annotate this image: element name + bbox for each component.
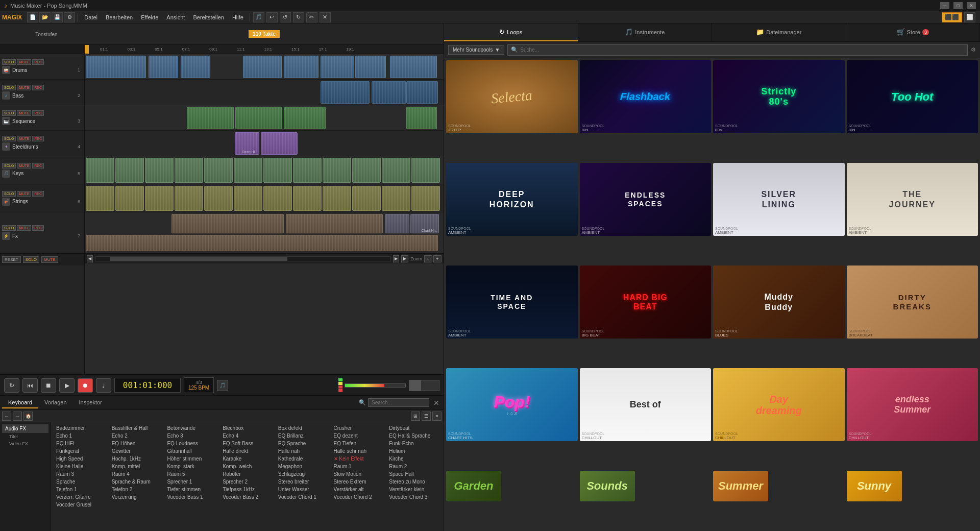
strings-block-2[interactable] <box>115 186 144 211</box>
fx-block-4[interactable]: Chart Hi... <box>410 214 439 233</box>
fx-halle-nah[interactable]: Halle nah <box>275 447 331 455</box>
fx-unter-wasser[interactable]: Unter Wasser <box>275 486 331 493</box>
keys-block-9[interactable] <box>323 158 351 183</box>
rec-steel[interactable]: REC <box>32 136 44 141</box>
browser-tab-instrumente[interactable]: 🎵 Instrumente <box>578 23 713 41</box>
fx-raum5[interactable]: Raum 5 <box>164 470 219 478</box>
reset-button[interactable]: RESET <box>2 256 21 263</box>
keys-block-11[interactable] <box>382 158 410 183</box>
seq-block-2[interactable] <box>235 107 282 129</box>
new-button[interactable]: 📄 <box>27 12 38 22</box>
strings-block-8[interactable] <box>293 186 322 211</box>
tab-vorlagen[interactable]: Vorlagen <box>38 397 72 408</box>
mute-bass[interactable]: MUTE <box>17 85 31 90</box>
mute-seq[interactable]: MUTE <box>17 110 31 116</box>
fx-sprecher2[interactable]: Sprecher 2 <box>219 478 275 486</box>
home-btn[interactable]: 🏠 <box>23 412 33 421</box>
sp-toohot[interactable]: Too Hot SOUNDPOOL 80s <box>847 60 978 133</box>
lower-search-input[interactable] <box>368 398 429 407</box>
steel-block-2[interactable] <box>261 132 298 155</box>
toolbar-back[interactable]: ↩ <box>266 12 278 22</box>
zoom-in[interactable]: + <box>433 255 442 262</box>
pitch-slider[interactable] <box>409 380 439 391</box>
drums-block-7[interactable] <box>355 56 386 78</box>
fx-telefon2[interactable]: Telefon 2 <box>109 486 164 493</box>
solo-bass[interactable]: SOLO <box>2 85 16 90</box>
seq-block-1[interactable] <box>187 107 234 129</box>
fx-block-1[interactable] <box>172 214 284 233</box>
close-lower-icon[interactable]: ✕ <box>431 399 442 407</box>
track-row-steeldrums[interactable]: Chart Hi... <box>85 131 444 156</box>
keys-block-8[interactable] <box>293 158 322 183</box>
fx-gewitter[interactable]: Gewitter <box>109 447 164 455</box>
stop-button[interactable]: ⏹ <box>41 378 56 393</box>
fx-tiefer-stimmen[interactable]: Tiefer stimmen <box>164 486 219 493</box>
fx-badezimmer[interactable]: Badezimmer <box>53 424 109 432</box>
scroll-left[interactable]: ◀ <box>87 255 93 262</box>
browser-tab-dateimanager[interactable]: 📁 Dateimanager <box>712 23 846 41</box>
strings-block-9[interactable] <box>323 186 351 211</box>
sp-silverlining[interactable]: SILVERLINING SOUNDPOOL AMBIENT <box>713 163 845 236</box>
fx-crusher[interactable]: Crusher <box>331 424 386 432</box>
sp-timeandspace[interactable]: TIME ANDSPACE SOUNDPOOL AMBIENT <box>446 266 578 339</box>
rec-seq[interactable]: REC <box>32 110 44 116</box>
strings-block-11[interactable] <box>382 186 410 211</box>
keys-block-3[interactable] <box>145 158 174 183</box>
fx-dirtybeat[interactable]: Dirtybeat <box>386 424 442 432</box>
drums-block-2[interactable] <box>149 56 178 78</box>
rewind-button[interactable]: ⏮ <box>22 378 38 393</box>
fx-eq-hoehen[interactable]: EQ Höhen <box>109 440 164 447</box>
strings-block-6[interactable] <box>234 186 262 211</box>
fx-stereo-mono[interactable]: Stereo zu Mono <box>386 478 442 486</box>
track-row-bass[interactable] <box>85 80 444 105</box>
keys-block-2[interactable] <box>115 158 144 183</box>
fx-block-2[interactable] <box>286 214 383 233</box>
sp-bestof[interactable]: Best of SOUNDPOOL CHILLOUT <box>580 368 712 441</box>
track-row-fx[interactable]: Chart Hi... <box>85 212 444 253</box>
sp-endlesssummer[interactable]: endlessSummer SOUNDPOOL CHILLOUT <box>847 368 978 441</box>
loop-button[interactable]: ↻ <box>4 378 19 393</box>
fx-tiefpass[interactable]: Tiefpass 1kHz <box>219 486 275 493</box>
scroll-right[interactable]: ▶ <box>393 255 399 262</box>
rec-bass[interactable]: REC <box>32 85 44 90</box>
fx-echo3[interactable]: Echo 3 <box>164 432 219 440</box>
seq-block-3[interactable] <box>284 107 326 129</box>
keys-block-12[interactable] <box>411 158 440 183</box>
fx-vocoder-chord1[interactable]: Vocoder Chord 1 <box>275 493 331 501</box>
bass-block-1[interactable] <box>321 81 370 104</box>
fx-kein-effekt[interactable]: ✕ Kein Effekt <box>331 455 386 463</box>
fx-kirche[interactable]: Kirche <box>386 455 442 463</box>
sp-dirtybreaks[interactable]: DIRTYBREAKS SOUNDPOOL BREAKBEAT <box>847 266 978 339</box>
strings-block-7[interactable] <box>263 186 292 211</box>
rec-fx[interactable]: REC <box>32 225 44 231</box>
mute-drums[interactable]: MUTE <box>17 59 31 65</box>
browser-tab-store[interactable]: 🛒 Store 3 <box>846 23 981 41</box>
drums-block-8[interactable] <box>390 56 437 78</box>
drums-block-1[interactable] <box>86 56 146 78</box>
category-video-fx[interactable]: Video FX <box>2 440 48 447</box>
tempo-button[interactable]: 🎵 <box>217 380 228 391</box>
fx-eq-brillanz[interactable]: EQ Brillanz <box>275 432 331 440</box>
bass-block-3[interactable] <box>406 81 438 104</box>
solo-keys[interactable]: SOLO <box>2 163 16 168</box>
fx-vocoder-bass2[interactable]: Vocoder Bass 2 <box>219 493 275 501</box>
solo-all-button[interactable]: SOLO <box>23 256 39 263</box>
sp-thejourney[interactable]: THEJOURNEY SOUNDPOOL AMBIENT <box>847 163 978 236</box>
fx-raum4[interactable]: Raum 4 <box>109 470 164 478</box>
tab-inspektor[interactable]: Inspektor <box>73 397 108 408</box>
seq-block-4[interactable] <box>406 107 437 129</box>
fx-kleine-halle[interactable]: Kleine Halle <box>53 463 109 470</box>
fx-kathedrale[interactable]: Kathedrale <box>275 455 331 463</box>
forward-arrow[interactable]: → <box>13 412 22 421</box>
category-title[interactable]: Titel <box>2 433 48 440</box>
toolbar-midi[interactable]: 🎵 <box>253 12 264 22</box>
fx-verzerrung[interactable]: Verzerrung <box>109 493 164 501</box>
solo-drums[interactable]: SOLO <box>2 59 16 65</box>
track-row-drums[interactable] <box>85 54 444 80</box>
fx-raum3[interactable]: Raum 3 <box>53 470 109 478</box>
fx-eq-sprache[interactable]: EQ Sprache <box>275 440 331 447</box>
fx-komp-weich[interactable]: Komp. weich <box>219 463 275 470</box>
toolbar-undo[interactable]: ↺ <box>280 12 291 22</box>
drums-block-3[interactable] <box>181 56 210 78</box>
strings-block-12[interactable] <box>411 186 440 211</box>
